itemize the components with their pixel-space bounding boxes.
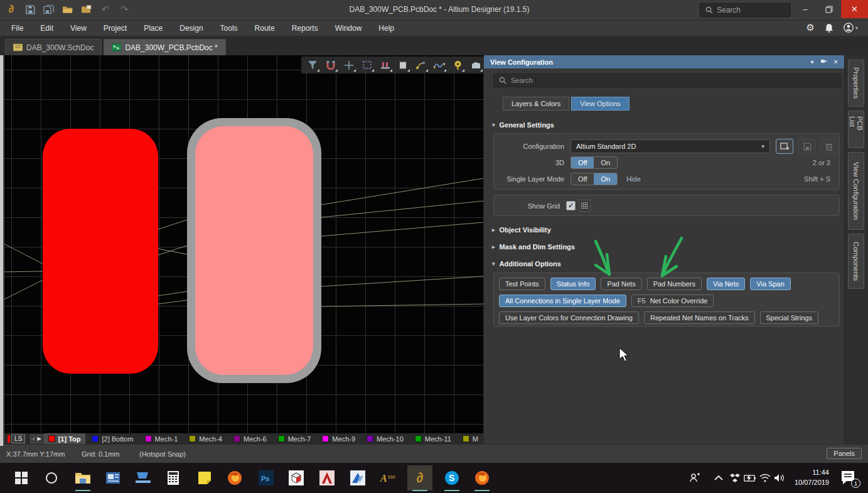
all-connections-single-layer-button[interactable]: All Connections in Single Layer Mode bbox=[499, 295, 626, 307]
save-configuration-button[interactable] bbox=[798, 139, 816, 154]
layer-tab-mech-7[interactable]: Mech-7 bbox=[273, 433, 316, 444]
undo-icon[interactable]: ↶ bbox=[99, 3, 112, 16]
menu-place[interactable]: Place bbox=[144, 24, 163, 33]
windows-start-icon[interactable] bbox=[13, 469, 30, 487]
place-component-icon[interactable] bbox=[396, 58, 411, 72]
side-tab-pcb-list[interactable]: PCB List bbox=[848, 111, 864, 148]
3d-builder-icon[interactable] bbox=[287, 469, 305, 487]
polygon-pour-icon[interactable] bbox=[468, 58, 483, 72]
menu-tools[interactable]: Tools bbox=[220, 24, 238, 33]
menu-help[interactable]: Help bbox=[378, 24, 394, 33]
ansys-icon[interactable]: A666 bbox=[379, 469, 397, 487]
pcb-pad-red[interactable] bbox=[43, 129, 158, 374]
cortana-icon[interactable] bbox=[43, 469, 60, 487]
menu-route[interactable]: Route bbox=[255, 24, 275, 33]
3d-on-option[interactable]: On bbox=[594, 157, 617, 168]
layer-tab-top[interactable]: [1] Top bbox=[43, 433, 86, 444]
status-info-button[interactable]: Status Info bbox=[550, 278, 596, 290]
repeated-net-names-button[interactable]: Repeated Net Names on Tracks bbox=[644, 312, 755, 324]
people-tray-icon[interactable] bbox=[688, 472, 702, 484]
tune-length-icon[interactable] bbox=[432, 58, 447, 72]
taskbar-clock[interactable]: 11:44 10/07/2019 bbox=[795, 467, 829, 487]
grid-style-button[interactable] bbox=[579, 200, 591, 212]
add-configuration-button[interactable] bbox=[776, 139, 793, 154]
skype-icon[interactable]: S bbox=[443, 469, 461, 487]
close-button[interactable]: ✕ bbox=[841, 0, 868, 18]
open-folder-icon[interactable] bbox=[62, 3, 74, 16]
user-account-icon[interactable]: ▾ bbox=[844, 23, 858, 33]
via-span-button[interactable]: Via Span bbox=[750, 278, 790, 290]
scroll-layers-right-button[interactable]: ▶ bbox=[36, 435, 41, 443]
place-pad-icon[interactable] bbox=[378, 58, 393, 72]
pad-numbers-button[interactable]: Pad Numbers bbox=[647, 278, 702, 290]
settings-gear-icon[interactable]: ⚙ bbox=[806, 22, 815, 33]
dropbox-tray-icon[interactable] bbox=[728, 472, 742, 484]
menu-reports[interactable]: Reports bbox=[292, 24, 318, 33]
notifications-bell-icon[interactable] bbox=[825, 23, 833, 33]
wifi-tray-icon[interactable] bbox=[758, 472, 772, 484]
menu-design[interactable]: Design bbox=[179, 24, 203, 33]
panels-button[interactable]: Panels bbox=[827, 448, 862, 459]
pcb-canvas[interactable] bbox=[0, 55, 483, 433]
calculator-icon[interactable] bbox=[164, 469, 182, 487]
layer-tab-mech-4[interactable]: Mech-4 bbox=[184, 433, 227, 444]
pcb-pad-outer-ring[interactable] bbox=[187, 118, 321, 383]
panel-menu-caret-icon[interactable]: ▾ bbox=[811, 58, 814, 65]
menu-file[interactable]: File bbox=[11, 24, 23, 33]
save-all-icon[interactable] bbox=[43, 3, 55, 16]
volume-tray-icon[interactable] bbox=[773, 472, 786, 484]
doc-tab-pcb[interactable]: DAB_300W_PCB.PcbDoc * bbox=[104, 39, 225, 55]
firefox-2-icon[interactable] bbox=[473, 469, 491, 487]
layer-tab-bottom[interactable]: [2] Bottom bbox=[87, 433, 138, 444]
layer-tab-partial[interactable]: M bbox=[458, 433, 483, 444]
battery-tray-icon[interactable] bbox=[743, 472, 757, 484]
configuration-dropdown[interactable]: Altium Standard 2D ▾ bbox=[571, 139, 770, 153]
via-nets-button[interactable]: Via Nets bbox=[707, 278, 745, 290]
mail-app-icon[interactable] bbox=[104, 469, 122, 487]
snap-magnet-icon[interactable] bbox=[323, 58, 338, 72]
tab-layers-colors[interactable]: Layers & Colors bbox=[503, 97, 569, 111]
menu-view[interactable]: View bbox=[70, 24, 87, 33]
autocad-icon[interactable] bbox=[318, 469, 336, 487]
select-area-icon[interactable] bbox=[360, 58, 375, 72]
side-tab-components[interactable]: Components bbox=[848, 234, 864, 289]
use-layer-colors-button[interactable]: Use Layer Colors for Connection Drawing bbox=[499, 312, 639, 324]
3d-toggle[interactable]: Off On bbox=[571, 156, 618, 169]
special-strings-button[interactable]: Special Strings bbox=[760, 312, 818, 324]
place-via-icon[interactable] bbox=[450, 58, 465, 72]
layer-tab-mech-9[interactable]: Mech-9 bbox=[317, 433, 360, 444]
file-explorer-icon[interactable] bbox=[74, 469, 92, 487]
section-object-visibility[interactable]: ▸ Object Visibility bbox=[492, 226, 551, 234]
panel-close-icon[interactable]: ✕ bbox=[833, 58, 839, 65]
filter-icon[interactable] bbox=[305, 58, 320, 72]
layer-tab-mech-11[interactable]: Mech-11 bbox=[410, 433, 456, 444]
panel-search-input[interactable]: Search bbox=[493, 73, 841, 87]
menu-project[interactable]: Project bbox=[104, 24, 127, 33]
redo-icon[interactable]: ↷ bbox=[118, 3, 131, 16]
doc-tab-schematic[interactable]: DAB_300W.SchDoc bbox=[5, 39, 102, 55]
sticky-notes-icon[interactable] bbox=[196, 469, 213, 487]
panel-pin-icon[interactable] bbox=[820, 58, 827, 66]
action-center-icon[interactable]: 1 bbox=[840, 470, 857, 485]
global-search-input[interactable]: Search bbox=[700, 3, 791, 17]
show-hidden-icons-chevron[interactable] bbox=[712, 472, 726, 484]
side-tab-view-configuration[interactable]: View Configuration bbox=[848, 152, 864, 230]
net-color-override-button[interactable]: F5 Net Color Override bbox=[631, 295, 714, 307]
delete-configuration-button[interactable] bbox=[820, 139, 838, 154]
pcb-pad-pink[interactable] bbox=[195, 126, 313, 375]
slm-off-option[interactable]: Off bbox=[571, 173, 594, 185]
hide-link[interactable]: Hide bbox=[626, 175, 641, 183]
altair-icon[interactable] bbox=[349, 469, 367, 487]
side-tab-properties[interactable]: Properties bbox=[848, 60, 864, 107]
altium-designer-taskbar-icon[interactable]: ∂ bbox=[411, 469, 429, 487]
photoshop-icon[interactable]: Ps bbox=[257, 469, 275, 487]
slm-on-option[interactable]: On bbox=[594, 173, 617, 185]
open-document-icon[interactable] bbox=[80, 3, 93, 16]
layer-set-button[interactable]: LS bbox=[11, 434, 25, 443]
scroll-layers-left-button[interactable]: ◀ bbox=[30, 435, 35, 443]
my-pc-icon[interactable] bbox=[134, 469, 152, 487]
show-grid-checkbox[interactable]: ✓ bbox=[566, 201, 576, 210]
save-icon[interactable] bbox=[24, 3, 36, 16]
test-points-button[interactable]: Test Points bbox=[499, 278, 545, 290]
menu-window[interactable]: Window bbox=[335, 24, 362, 33]
